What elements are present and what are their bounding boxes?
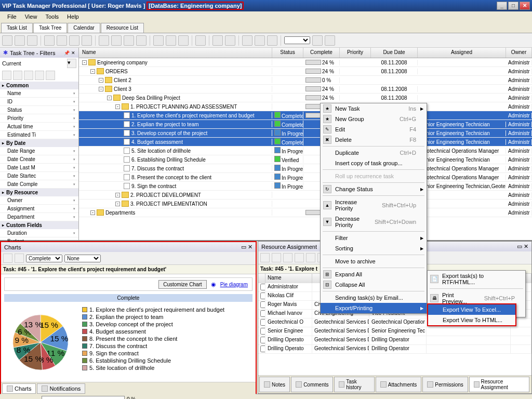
ctx-collapse-all[interactable]: ⊟Collapse All <box>321 280 427 290</box>
ctx-export-view-to-excel-[interactable]: Export View To Excel... <box>428 304 515 315</box>
filter-item[interactable]: Status <box>0 106 78 114</box>
tb-btn[interactable] <box>312 35 323 46</box>
tree-row[interactable]: -Client 20 %Administr <box>79 76 532 85</box>
tree-row[interactable]: -Deep Sea Drilling Project24 %08.11.2008… <box>79 94 532 102</box>
tab-task-history[interactable]: Task history <box>334 377 374 392</box>
chart-combo2[interactable]: None <box>64 255 101 262</box>
filter-btn[interactable] <box>46 71 55 80</box>
resource-row[interactable]: Drilling OperatoGeotechnical Services De… <box>258 345 531 354</box>
resource-row[interactable]: Drilling OperatoGeotechnical Services De… <box>258 336 531 345</box>
tree-row[interactable]: -Client 324 %08.11.2008Administr <box>79 85 532 94</box>
tab-comments[interactable]: Comments <box>291 377 333 392</box>
tab-resource-assignment[interactable]: Resource Assignment <box>469 377 529 392</box>
tab-task-list[interactable]: Task List <box>1 23 33 33</box>
ctx-sorting[interactable]: Sorting▶ <box>321 243 427 254</box>
col-status[interactable]: Status <box>272 48 303 58</box>
maximize-button[interactable]: □ <box>508 2 518 10</box>
tb-select[interactable] <box>284 36 310 44</box>
resource-row[interactable]: Senior EngineeGeotechnical Services Depa… <box>258 327 531 336</box>
filter-item[interactable]: Name <box>0 89 78 98</box>
tree-row[interactable]: 4. Budget assessmentCompletedSenior Engi… <box>79 138 532 147</box>
res-tb-btn[interactable] <box>260 253 270 262</box>
ctx-filter[interactable]: Filter▶ <box>321 233 427 243</box>
tb-btn[interactable] <box>212 35 223 46</box>
tab-charts[interactable]: Charts <box>2 383 36 394</box>
tab-task-tree[interactable]: Task Tree <box>33 23 67 33</box>
tree-row[interactable]: -ORDERS24 %08.11.2008Administr <box>79 67 532 76</box>
ctx-increase-priority[interactable]: ▲Increase PriorityShift+Ctrl+Up <box>321 197 427 214</box>
tree-row[interactable]: 5. Site location of drillholeIn Progress… <box>79 147 532 155</box>
col-owner[interactable]: Owner <box>506 48 532 58</box>
ctx-duplicate[interactable]: DuplicateCtrl+D <box>321 148 427 158</box>
filter-item[interactable]: Date Last M <box>0 164 78 172</box>
expand-icon[interactable]: - <box>99 87 103 91</box>
tree-row[interactable]: -Departments14 %Administr <box>79 208 532 217</box>
context-menu[interactable]: ★New TaskIns▶★New GroupCtrl+G✎EditF4✖Del… <box>320 103 427 314</box>
tree-row[interactable]: -3. PROJECT IMPLEMENTATIONAdministr <box>79 200 532 208</box>
print-icon[interactable] <box>15 254 24 263</box>
tb-btn[interactable] <box>325 35 335 46</box>
ctx-decrease-priority[interactable]: ▼Decrease PriorityShift+Ctrl+Down <box>321 214 427 230</box>
filter-item[interactable]: Priority <box>0 114 78 123</box>
tree-row[interactable]: 7. Discuss the contractIn ProgressGeotec… <box>79 164 532 173</box>
panel-controls[interactable]: ▭ ✕ <box>517 243 528 250</box>
res-tb-btn[interactable] <box>295 253 304 262</box>
res-tb-btn[interactable] <box>283 253 292 262</box>
menu-view[interactable]: View <box>21 12 42 21</box>
col-due[interactable]: Due Date <box>371 48 418 58</box>
res-tb-btn[interactable] <box>272 253 281 262</box>
res-checkbox[interactable] <box>260 301 265 308</box>
ctx-expand-all[interactable]: ⊞Expand All <box>321 269 427 280</box>
tree-row[interactable]: 8. Present the concept to the clientIn P… <box>79 173 532 182</box>
ctx-export-printing[interactable]: Export/Printing▶ <box>321 303 427 313</box>
filter-item[interactable]: Owner <box>0 196 78 205</box>
filter-btn[interactable] <box>35 71 44 80</box>
context-submenu-export-view[interactable]: Export View To Excel...Export View To HT… <box>427 303 516 326</box>
close-button[interactable]: ✕ <box>520 2 530 10</box>
filter-group[interactable]: Custom Fields <box>0 221 78 229</box>
col-complete[interactable]: Complete <box>303 48 340 58</box>
expand-icon[interactable]: - <box>107 96 112 100</box>
filter-dropdown[interactable]: ▾ <box>67 59 76 68</box>
expand-icon[interactable]: - <box>115 104 120 109</box>
expand-icon[interactable]: - <box>90 210 95 215</box>
res-checkbox[interactable] <box>260 310 265 317</box>
menu-file[interactable]: File <box>3 12 21 21</box>
tree-row[interactable]: 9. Sign the contractIn ProgressSenior En… <box>79 182 532 191</box>
expand-icon[interactable]: - <box>115 193 120 197</box>
filter-btn[interactable] <box>24 71 33 80</box>
menu-tools[interactable]: Tools <box>41 12 63 21</box>
res-checkbox[interactable] <box>260 292 265 299</box>
res-checkbox[interactable] <box>260 345 265 352</box>
ctx-insert-copy-of-task-group-[interactable]: Insert copy of task group... <box>321 158 427 168</box>
filter-group[interactable]: By Date <box>0 139 78 147</box>
minimize-button[interactable]: _ <box>497 2 507 10</box>
tb-btn[interactable] <box>15 35 25 46</box>
tree-row[interactable]: -2. PROJECT DEVELOPMENTAdministr <box>79 191 532 200</box>
tb-btn[interactable] <box>153 35 164 46</box>
filter-group[interactable]: Common <box>0 82 78 89</box>
tree-row[interactable]: -1. PROJECT PLANNING AND ASSESSMENT73 %0… <box>79 102 532 111</box>
tab-resource-list[interactable]: Resource List <box>101 23 144 33</box>
tb-btn[interactable] <box>124 35 134 46</box>
tree-row[interactable]: 3. Develop concept of the projectIn Prog… <box>79 129 532 138</box>
ctx-move-to-archive[interactable]: Move to archive <box>321 256 427 267</box>
pin-icon[interactable]: 📌 ✕ <box>64 50 75 56</box>
expand-icon[interactable]: - <box>90 69 95 74</box>
col-assigned[interactable]: Assigned <box>418 48 506 58</box>
filter-item[interactable]: Estimated Ti <box>0 131 78 139</box>
tb-btn[interactable] <box>99 35 109 46</box>
filter-item[interactable]: Date Create <box>0 155 78 164</box>
tab-notifications[interactable]: Notifications <box>37 383 85 394</box>
res-checkbox[interactable] <box>260 284 265 290</box>
res-col-name[interactable]: Name <box>265 274 312 283</box>
filter-item[interactable]: Assignment <box>0 205 78 213</box>
tb-btn[interactable] <box>255 35 265 46</box>
tb-btn[interactable] <box>136 35 147 46</box>
tb-btn[interactable] <box>82 35 92 46</box>
pie-diagram-link[interactable]: Pie diagram <box>220 282 248 287</box>
expand-icon[interactable]: - <box>82 60 87 65</box>
tb-btn[interactable] <box>57 35 67 46</box>
tb-btn[interactable] <box>178 35 189 46</box>
menu-help[interactable]: Help <box>63 12 83 21</box>
